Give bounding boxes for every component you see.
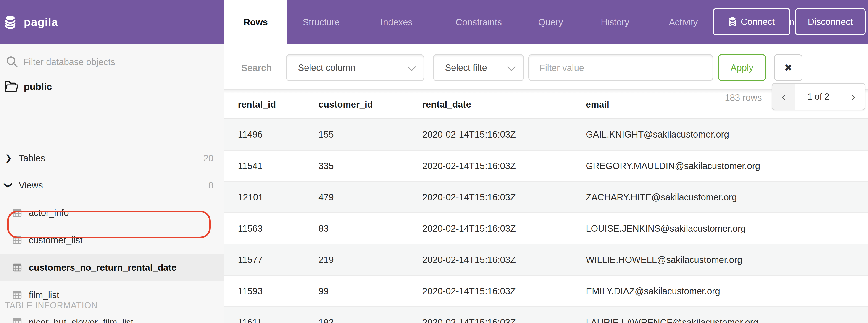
cell-email: GREGORY.MAULDIN@sakilacustomer.org — [586, 161, 760, 171]
column-header-customer-id[interactable]: customer_id — [318, 99, 373, 110]
page-indicator: 1 of 2 — [795, 84, 842, 110]
disconnect-button[interactable]: Disconnect — [795, 8, 866, 35]
table-icon — [12, 290, 22, 300]
cell-rental-id: 11496 — [238, 129, 262, 139]
clear-filter-button[interactable]: ✖ — [774, 54, 803, 81]
database-client-window: pagila Rows Structure Indexes Constraint… — [0, 0, 868, 323]
chevron-right-icon: › — [851, 90, 855, 103]
group-label: Views — [19, 180, 43, 190]
cell-rental-id: 11577 — [238, 255, 262, 265]
cell-rental-date: 2020-02-14T15:16:03Z — [422, 224, 516, 234]
view-name: nicer_but_slower_film_list — [29, 317, 133, 323]
group-count: 20 — [204, 153, 214, 163]
sidebar-schema-public[interactable]: public — [0, 73, 224, 100]
group-label: Tables — [19, 153, 45, 163]
sidebar-item-customers-no-return-rental-date[interactable]: customers_no_return_rental_date — [0, 254, 224, 281]
group-count: 8 — [209, 180, 213, 190]
column-header-rental-id[interactable]: rental_id — [238, 99, 276, 110]
filter-objects-input[interactable] — [23, 49, 197, 75]
sidebar-item-actor-info[interactable]: actor_info — [0, 199, 224, 226]
cell-email: LAURIE.LAWRENCE@sakilacustomer.org — [586, 317, 758, 323]
table-row[interactable]: 12101 479 2020-02-14T15:16:03Z ZACHARY.H… — [224, 181, 868, 212]
tab-structure[interactable]: Structure — [301, 0, 342, 44]
cell-rental-date: 2020-02-14T15:16:03Z — [422, 192, 516, 202]
cell-customer-id: 335 — [318, 161, 334, 171]
sidebar-item-nicer-but-slower-film-list[interactable]: nicer_but_slower_film_list — [0, 309, 224, 323]
main-content: Search Select column Select filte Apply … — [224, 44, 868, 323]
sidebar-item-customer-list[interactable]: customer_list — [0, 226, 224, 254]
database-icon — [5, 15, 16, 29]
table-row[interactable]: 11496 155 2020-02-14T15:16:03Z GAIL.KNIG… — [224, 119, 868, 150]
next-page-button[interactable]: › — [842, 84, 865, 110]
cell-email: GAIL.KNIGHT@sakilacustomer.org — [586, 129, 729, 139]
section-title: TABLE INFORMATION — [5, 301, 98, 311]
cell-email: LOUISE.JENKINS@sakilacustomer.org — [586, 224, 746, 234]
chevron-down-icon — [507, 63, 516, 71]
column-header-email[interactable]: email — [586, 99, 609, 110]
cell-customer-id: 99 — [318, 286, 329, 296]
filter-bar: Search Select column Select filte Apply … — [224, 44, 868, 90]
search-icon — [5, 55, 19, 69]
filter-value-field — [528, 54, 713, 81]
table-row[interactable]: 11563 83 2020-02-14T15:16:03Z LOUISE.JEN… — [224, 212, 868, 244]
page-indicator-label: 1 of 2 — [807, 92, 829, 101]
cell-rental-date: 2020-02-14T15:16:03Z — [422, 317, 516, 323]
tab-query[interactable]: Query — [536, 0, 565, 44]
tab-history[interactable]: History — [599, 0, 631, 44]
table-icon — [12, 317, 22, 323]
table-icon — [12, 262, 22, 273]
column-select[interactable]: Select column — [286, 54, 425, 81]
chevron-down-icon — [407, 63, 416, 71]
search-label: Search — [241, 63, 272, 73]
tab-constraints[interactable]: Constraints — [454, 0, 504, 44]
tab-activity[interactable]: Activity — [666, 0, 700, 44]
table-row[interactable]: 11593 99 2020-02-14T15:16:03Z EMILY.DIAZ… — [224, 275, 868, 306]
table-row[interactable]: 11541 335 2020-02-14T15:16:03Z GREGORY.M… — [224, 150, 868, 181]
cell-customer-id: 83 — [318, 224, 329, 234]
disconnect-button-label: Disconnect — [808, 17, 853, 27]
schema-label: public — [24, 81, 52, 92]
table-row[interactable]: 11577 219 2020-02-14T15:16:03Z WILLIE.HO… — [224, 244, 868, 275]
connect-button[interactable]: Connect — [713, 8, 790, 35]
cell-email: WILLIE.HOWELL@sakilacustomer.org — [586, 255, 742, 265]
close-icon: ✖ — [784, 62, 792, 73]
apply-button-label: Apply — [731, 63, 753, 73]
results-table: 11496 155 2020-02-14T15:16:03Z GAIL.KNIG… — [224, 118, 868, 323]
cell-customer-id: 155 — [318, 129, 334, 139]
column-header-rental-date[interactable]: rental_date — [422, 99, 471, 110]
sidebar-group-tables[interactable]: ❯ Tables 20 — [0, 144, 224, 172]
column-select-value: Select column — [298, 63, 355, 73]
view-name: customer_list — [29, 235, 83, 245]
cell-rental-date: 2020-02-14T15:16:03Z — [422, 255, 516, 265]
cell-rental-id: 12101 — [238, 192, 263, 202]
view-name: film_list — [29, 290, 59, 300]
filter-value-input[interactable] — [539, 56, 704, 80]
folder-open-icon — [4, 80, 19, 93]
sidebar-group-views[interactable]: ❯ Views 8 — [0, 172, 224, 199]
table-icon — [12, 207, 22, 218]
cell-customer-id: 479 — [318, 192, 334, 202]
filter-operator-value: Select filte — [445, 63, 487, 73]
chevron-left-icon: ‹ — [782, 90, 785, 103]
table-icon — [12, 235, 22, 245]
tab-rows[interactable]: Rows — [224, 0, 287, 44]
cell-rental-date: 2020-02-14T15:16:03Z — [422, 129, 516, 139]
table-information-section: TABLE INFORMATION — [0, 292, 224, 292]
chevron-right-icon: ❯ — [5, 153, 12, 163]
cell-email: EMILY.DIAZ@sakilacustomer.org — [586, 286, 720, 296]
view-name: actor_info — [29, 208, 69, 218]
table-row[interactable]: 11611 192 2020-02-14T15:16:03Z LAURIE.LA… — [224, 306, 868, 323]
apply-button[interactable]: Apply — [718, 54, 766, 81]
cell-rental-id: 11611 — [238, 317, 262, 323]
tab-indexes[interactable]: Indexes — [378, 0, 415, 44]
cell-customer-id: 219 — [318, 255, 334, 265]
cell-email: ZACHARY.HITE@sakilacustomer.org — [586, 192, 737, 202]
view-name: customers_no_return_rental_date — [29, 262, 177, 273]
cell-customer-id: 192 — [318, 317, 334, 323]
filter-operator-select[interactable]: Select filte — [433, 54, 524, 81]
previous-page-button[interactable]: ‹ — [772, 84, 795, 110]
row-count-label: 183 rows — [725, 92, 762, 103]
pagination: ‹ 1 of 2 › — [772, 83, 866, 110]
chevron-down-icon: ❯ — [4, 182, 13, 189]
cell-rental-id: 11563 — [238, 224, 262, 234]
